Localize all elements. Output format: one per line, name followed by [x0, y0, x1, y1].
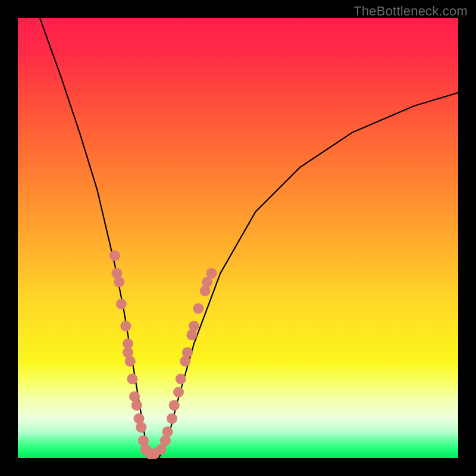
data-marker — [114, 277, 124, 287]
data-marker — [173, 387, 184, 397]
outer-frame: TheBottleneck.com — [0, 0, 476, 476]
data-marker — [169, 400, 180, 411]
bottleneck-curve — [40, 18, 458, 458]
data-marker — [136, 422, 146, 433]
data-marker — [120, 321, 131, 331]
chart-svg — [18, 18, 458, 458]
data-marker — [167, 413, 177, 424]
data-marker — [206, 268, 217, 278]
data-marker — [127, 374, 137, 384]
data-marker — [131, 400, 142, 411]
data-marker — [182, 347, 193, 358]
data-marker — [116, 299, 127, 309]
data-marker — [193, 303, 203, 314]
data-marker — [125, 356, 136, 367]
data-marker — [176, 374, 186, 384]
data-marker — [162, 427, 173, 437]
data-marker — [189, 321, 199, 331]
data-marker — [109, 250, 120, 261]
plot-area — [18, 18, 458, 458]
watermark-text: TheBottleneck.com — [353, 4, 468, 19]
marker-group — [109, 250, 217, 459]
